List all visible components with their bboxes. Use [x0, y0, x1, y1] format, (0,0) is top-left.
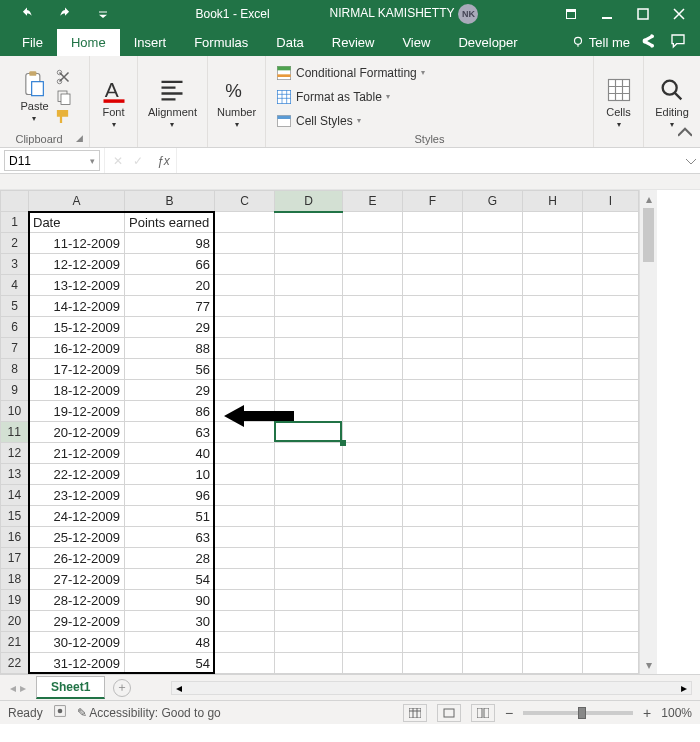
cell-D22[interactable]: [275, 653, 343, 674]
cell-D5[interactable]: [275, 296, 343, 317]
cell-D12[interactable]: [275, 443, 343, 464]
scroll-down-icon[interactable]: ▾: [640, 656, 657, 674]
row-header-22[interactable]: 22: [1, 653, 29, 674]
fx-icon[interactable]: ƒx: [151, 148, 176, 173]
cell-A13[interactable]: 22-12-2009: [29, 464, 125, 485]
cell-D8[interactable]: [275, 359, 343, 380]
cell-F12[interactable]: [403, 443, 463, 464]
cell-B6[interactable]: 29: [125, 317, 215, 338]
cell-H11[interactable]: [523, 422, 583, 443]
col-header-F[interactable]: F: [403, 191, 463, 212]
cell-G17[interactable]: [463, 548, 523, 569]
user-avatar[interactable]: NK: [458, 4, 478, 24]
cell-C14[interactable]: [215, 485, 275, 506]
view-page-layout-button[interactable]: [437, 704, 461, 722]
cell-E22[interactable]: [343, 653, 403, 674]
share-button[interactable]: [636, 29, 660, 56]
cell-E18[interactable]: [343, 569, 403, 590]
cell-I9[interactable]: [583, 380, 639, 401]
cell-A10[interactable]: 19-12-2009: [29, 401, 125, 422]
cell-I10[interactable]: [583, 401, 639, 422]
cell-C10[interactable]: [215, 401, 275, 422]
format-painter-icon[interactable]: [55, 108, 73, 126]
cell-D13[interactable]: [275, 464, 343, 485]
cell-E20[interactable]: [343, 611, 403, 632]
cell-H5[interactable]: [523, 296, 583, 317]
cell-I14[interactable]: [583, 485, 639, 506]
cell-H15[interactable]: [523, 506, 583, 527]
number-button[interactable]: % Number▾: [213, 74, 260, 131]
row-header-4[interactable]: 4: [1, 275, 29, 296]
cell-E13[interactable]: [343, 464, 403, 485]
redo-button[interactable]: [48, 0, 82, 28]
cell-I15[interactable]: [583, 506, 639, 527]
zoom-slider[interactable]: [523, 711, 633, 715]
row-header-9[interactable]: 9: [1, 380, 29, 401]
cell-D2[interactable]: [275, 233, 343, 254]
cell-C2[interactable]: [215, 233, 275, 254]
cell-B16[interactable]: 63: [125, 527, 215, 548]
cell-B9[interactable]: 29: [125, 380, 215, 401]
cells-button[interactable]: Cells▾: [601, 74, 637, 131]
cell-B2[interactable]: 98: [125, 233, 215, 254]
cell-B19[interactable]: 90: [125, 590, 215, 611]
row-header-19[interactable]: 19: [1, 590, 29, 611]
cell-A3[interactable]: 12-12-2009: [29, 254, 125, 275]
cell-B11[interactable]: 63: [125, 422, 215, 443]
row-header-3[interactable]: 3: [1, 254, 29, 275]
cell-G1[interactable]: [463, 212, 523, 233]
editing-button[interactable]: Editing▾: [651, 74, 693, 131]
tab-data[interactable]: Data: [262, 29, 317, 56]
cell-E9[interactable]: [343, 380, 403, 401]
tab-insert[interactable]: Insert: [120, 29, 181, 56]
name-box-dropdown-icon[interactable]: ▾: [90, 156, 95, 166]
cell-E2[interactable]: [343, 233, 403, 254]
cell-G14[interactable]: [463, 485, 523, 506]
cell-I17[interactable]: [583, 548, 639, 569]
cell-F5[interactable]: [403, 296, 463, 317]
sheet-nav-prev-icon[interactable]: ◂: [10, 681, 16, 695]
cell-H13[interactable]: [523, 464, 583, 485]
hscroll-right-icon[interactable]: ▸: [677, 682, 691, 694]
tab-review[interactable]: Review: [318, 29, 389, 56]
cell-G2[interactable]: [463, 233, 523, 254]
cell-D7[interactable]: [275, 338, 343, 359]
cell-I2[interactable]: [583, 233, 639, 254]
row-header-20[interactable]: 20: [1, 611, 29, 632]
cell-E3[interactable]: [343, 254, 403, 275]
horizontal-scrollbar[interactable]: ◂ ▸: [171, 681, 692, 695]
cell-B14[interactable]: 96: [125, 485, 215, 506]
cell-B5[interactable]: 77: [125, 296, 215, 317]
qat-dropdown[interactable]: [86, 0, 120, 28]
minimize-button[interactable]: [590, 0, 624, 28]
cell-G15[interactable]: [463, 506, 523, 527]
cell-E16[interactable]: [343, 527, 403, 548]
cell-F13[interactable]: [403, 464, 463, 485]
cell-G22[interactable]: [463, 653, 523, 674]
cell-B3[interactable]: 66: [125, 254, 215, 275]
cell-E11[interactable]: [343, 422, 403, 443]
alignment-button[interactable]: Alignment▾: [144, 74, 201, 131]
new-sheet-button[interactable]: ＋: [113, 679, 131, 697]
col-header-C[interactable]: C: [215, 191, 275, 212]
cell-H6[interactable]: [523, 317, 583, 338]
row-header-7[interactable]: 7: [1, 338, 29, 359]
cell-G6[interactable]: [463, 317, 523, 338]
cell-D4[interactable]: [275, 275, 343, 296]
cell-C12[interactable]: [215, 443, 275, 464]
cell-C3[interactable]: [215, 254, 275, 275]
cell-E8[interactable]: [343, 359, 403, 380]
cell-F7[interactable]: [403, 338, 463, 359]
name-box[interactable]: D11▾: [4, 150, 100, 171]
cell-A8[interactable]: 17-12-2009: [29, 359, 125, 380]
scroll-up-icon[interactable]: ▴: [640, 190, 657, 208]
collapse-ribbon-icon[interactable]: [678, 126, 692, 143]
cell-H7[interactable]: [523, 338, 583, 359]
row-header-6[interactable]: 6: [1, 317, 29, 338]
cell-F10[interactable]: [403, 401, 463, 422]
hscroll-left-icon[interactable]: ◂: [172, 682, 186, 694]
row-header-21[interactable]: 21: [1, 632, 29, 653]
cell-G13[interactable]: [463, 464, 523, 485]
worksheet-grid[interactable]: ABCDEFGHI1DatePoints earned211-12-200998…: [0, 190, 700, 674]
cell-D19[interactable]: [275, 590, 343, 611]
